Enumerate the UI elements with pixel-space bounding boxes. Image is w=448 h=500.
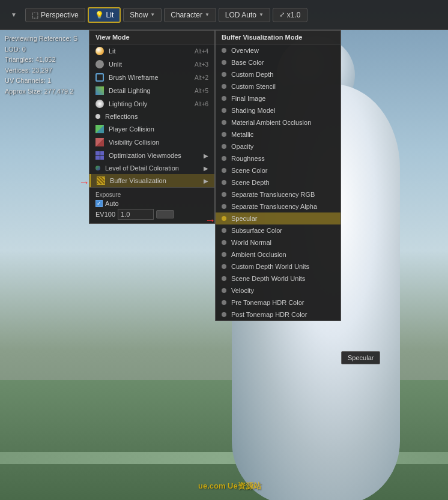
scale-icon: ⤢: [279, 11, 285, 19]
buf-custom-depth-world-dot: [222, 264, 226, 269]
menu-item-optimization[interactable]: Optimization Viewmodes ▶: [89, 149, 214, 162]
lod-coloration-arrow: ▶: [204, 165, 208, 172]
buf-sep-trans-rgb[interactable]: Separate Translucency RGB: [216, 188, 341, 200]
menu-item-player-collision[interactable]: Player Collision: [89, 122, 214, 136]
info-overlay: Previewing Reference: S LOD: 0 Triangles…: [5, 34, 77, 97]
info-uv-channels: UV Channels: 1: [5, 76, 77, 86]
buf-scene-depth-world-label: Scene Depth World Units: [231, 275, 305, 282]
wireframe-menu-label: Brush Wireframe: [109, 74, 159, 81]
buf-material-ao-dot: [222, 120, 226, 125]
menu-item-reflections[interactable]: Reflections: [89, 110, 214, 122]
visibility-collision-icon: [95, 138, 104, 146]
auto-checkbox[interactable]: ✓ Auto: [95, 200, 119, 207]
buf-overview[interactable]: Overview: [216, 44, 341, 56]
specular-red-arrow: →: [205, 214, 216, 227]
buf-custom-stencil[interactable]: Custom Stencil: [216, 80, 341, 92]
player-collision-label: Player Collision: [109, 125, 154, 133]
show-label: Show: [130, 11, 148, 19]
buf-scene-color[interactable]: Scene Color: [216, 164, 341, 176]
buf-specular-label: Specular: [231, 215, 257, 222]
buf-metallic-dot: [222, 132, 226, 137]
detail-shortcut: Alt+5: [195, 88, 208, 94]
buf-sep-trans-alpha-label: Separate Translucency Alpha: [231, 203, 317, 210]
unlit-menu-label: Unlit: [109, 61, 122, 68]
menu-item-lighting-only[interactable]: Lighting Only Alt+6: [89, 97, 214, 110]
buffer-viz-arrow: ▶: [204, 178, 208, 184]
buf-custom-depth-dot: [222, 72, 226, 77]
scale-button[interactable]: ⤢ x1.0: [273, 8, 307, 22]
buf-metallic[interactable]: Metallic: [216, 128, 341, 140]
menu-item-visibility-collision[interactable]: Visibility Collision: [89, 136, 214, 149]
buf-specular[interactable]: Specular: [216, 212, 341, 224]
buf-overview-dot: [222, 48, 226, 53]
menu-item-detail-lighting[interactable]: Detail Lighting Alt+5: [89, 84, 214, 97]
lod-coloration-icon: [95, 166, 100, 170]
show-button[interactable]: Show ▼: [123, 8, 162, 22]
buf-post-tonemap[interactable]: Post Tonemap HDR Color: [216, 309, 341, 321]
buf-custom-stencil-dot: [222, 84, 226, 89]
buf-roughness[interactable]: Roughness: [216, 152, 341, 164]
buf-pre-tonemap-dot: [222, 300, 226, 305]
buf-shading-model[interactable]: Shading Model: [216, 104, 341, 116]
perspective-icon: ⬚: [32, 11, 38, 19]
ev100-label: EV100: [95, 211, 115, 218]
unlit-menu-icon: [95, 60, 104, 68]
lit-icon: 💡: [95, 11, 104, 19]
buffer-viz-red-arrow: →: [79, 176, 89, 189]
lighting-only-icon: [95, 100, 104, 108]
buf-sep-trans-rgb-dot: [222, 192, 226, 197]
buf-base-color-dot: [222, 60, 226, 65]
buf-ambient-occlusion-label: Ambient Occlusion: [231, 251, 286, 258]
menu-item-lit[interactable]: Lit Alt+4: [89, 44, 214, 58]
character-button[interactable]: Character ▼: [164, 8, 216, 22]
buf-velocity[interactable]: Velocity: [216, 285, 341, 297]
menu-item-wireframe[interactable]: Brush Wireframe Alt+2: [89, 71, 214, 84]
buf-sep-trans-alpha[interactable]: Separate Translucency Alpha: [216, 200, 341, 212]
menu-item-lod-coloration[interactable]: Level of Detail Coloration ▶: [89, 162, 214, 174]
reflections-label: Reflections: [105, 113, 138, 120]
buf-ambient-occlusion[interactable]: Ambient Occlusion: [216, 248, 341, 261]
view-mode-menu: View Mode Lit Alt+4 Unlit Alt+3 Brush Wi…: [89, 30, 215, 224]
buf-scene-depth[interactable]: Scene Depth: [216, 176, 341, 188]
buf-base-color-label: Base Color: [231, 59, 264, 66]
buf-pre-tonemap[interactable]: Pre Tonemap HDR Color: [216, 297, 341, 309]
lit-menu-icon: [95, 47, 104, 55]
wireframe-shortcut: Alt+2: [195, 74, 208, 81]
buf-shading-model-label: Shading Model: [231, 107, 275, 114]
buf-scene-depth-world[interactable]: Scene Depth World Units: [216, 273, 341, 285]
ev100-slider[interactable]: [156, 210, 174, 218]
info-approx-size: Approx Size: 277,479.2: [5, 86, 77, 97]
scale-label: x1.0: [287, 11, 301, 19]
buf-post-tonemap-dot: [222, 312, 226, 317]
buf-specular-dot: [222, 216, 226, 221]
buf-velocity-label: Velocity: [231, 287, 254, 294]
buffer-viz-icon: [97, 176, 105, 185]
buf-opacity[interactable]: Opacity: [216, 140, 341, 152]
buf-velocity-dot: [222, 288, 226, 293]
buf-world-normal[interactable]: World Normal: [216, 236, 341, 248]
buf-material-ao[interactable]: Material Ambient Occlusion: [216, 116, 341, 128]
buf-shading-model-dot: [222, 108, 226, 113]
menu-item-buffer-viz[interactable]: Buffer Visualization ▶: [89, 174, 214, 187]
perspective-button[interactable]: ⬚ Perspective: [25, 8, 85, 22]
buf-subsurface-color-dot: [222, 228, 226, 233]
buf-custom-depth-world[interactable]: Custom Depth World Units: [216, 261, 341, 273]
ev100-input[interactable]: [118, 209, 154, 220]
buf-ambient-occlusion-dot: [222, 252, 226, 257]
lit-label: Lit: [106, 11, 114, 19]
auto-checkbox-box[interactable]: ✓: [95, 200, 103, 207]
visibility-collision-label: Visibility Collision: [109, 139, 159, 146]
buf-final-image[interactable]: Final Image: [216, 92, 341, 104]
lighting-only-shortcut: Alt+6: [195, 101, 208, 107]
buf-pre-tonemap-label: Pre Tonemap HDR Color: [231, 299, 304, 306]
buf-base-color[interactable]: Base Color: [216, 56, 341, 68]
lit-button[interactable]: 💡 Lit: [88, 7, 121, 23]
buf-custom-depth[interactable]: Custom Depth: [216, 68, 341, 80]
buf-subsurface-color[interactable]: Subsurface Color: [216, 224, 341, 236]
menu-item-unlit[interactable]: Unlit Alt+3: [89, 58, 214, 71]
buffer-viz-header: Buffer Visualization Mode: [216, 31, 341, 44]
dropdown-button[interactable]: ▼: [5, 9, 23, 20]
lit-shortcut: Alt+4: [195, 48, 208, 55]
lod-button[interactable]: LOD Auto ▼: [219, 8, 270, 22]
lit-menu-label: Lit: [109, 47, 116, 55]
